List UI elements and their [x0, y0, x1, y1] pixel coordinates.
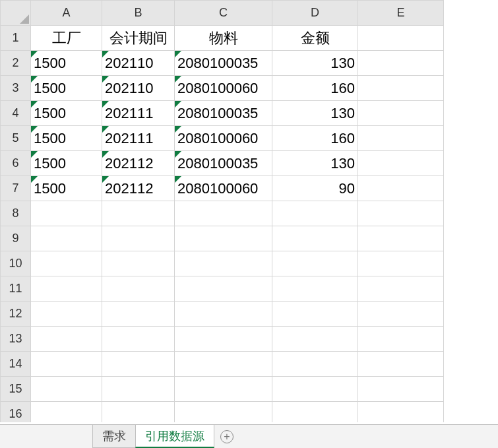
cell-B11[interactable]	[102, 276, 175, 302]
cell-B2[interactable]: 202110	[102, 51, 175, 76]
cell-E1[interactable]	[358, 26, 444, 51]
cell-A7[interactable]: 1500	[31, 176, 102, 201]
cell-B10[interactable]	[102, 251, 175, 276]
row-header-15[interactable]: 15	[1, 377, 31, 402]
row-header-6[interactable]: 6	[1, 151, 31, 176]
cell-C9[interactable]	[175, 226, 272, 251]
row-header-2[interactable]: 2	[1, 51, 31, 76]
cell-B14[interactable]	[102, 352, 175, 377]
cell-C1[interactable]: 物料	[175, 26, 272, 51]
cell-B9[interactable]	[102, 226, 175, 251]
cell-E3[interactable]	[358, 76, 444, 101]
cell-E11[interactable]	[358, 276, 444, 302]
cell-B4[interactable]: 202111	[102, 101, 175, 126]
cell-B13[interactable]	[102, 327, 175, 352]
cell-E4[interactable]	[358, 101, 444, 126]
cell-D5[interactable]: 160	[272, 126, 358, 151]
cell-A3[interactable]: 1500	[31, 76, 102, 101]
cell-D15[interactable]	[272, 377, 358, 402]
column-header-C[interactable]: C	[175, 1, 272, 26]
cell-E9[interactable]	[358, 226, 444, 251]
cell-B16[interactable]	[102, 402, 175, 423]
cell-D14[interactable]	[272, 352, 358, 377]
select-all-corner[interactable]	[1, 1, 31, 26]
cell-D7[interactable]: 90	[272, 176, 358, 201]
cell-A10[interactable]	[31, 251, 102, 276]
cell-D13[interactable]	[272, 327, 358, 352]
cell-D8[interactable]	[272, 201, 358, 226]
cell-C7[interactable]: 2080100060	[175, 176, 272, 201]
row-header-7[interactable]: 7	[1, 176, 31, 201]
cell-D10[interactable]	[272, 251, 358, 276]
cell-D2[interactable]: 130	[272, 51, 358, 76]
cell-E15[interactable]	[358, 377, 444, 402]
cell-E13[interactable]	[358, 327, 444, 352]
cell-A6[interactable]: 1500	[31, 151, 102, 176]
cell-C5[interactable]: 2080100060	[175, 126, 272, 151]
cell-A14[interactable]	[31, 352, 102, 377]
cell-A12[interactable]	[31, 302, 102, 327]
cell-E12[interactable]	[358, 302, 444, 327]
cell-A8[interactable]	[31, 201, 102, 226]
cell-C12[interactable]	[175, 302, 272, 327]
row-header-3[interactable]: 3	[1, 76, 31, 101]
column-header-B[interactable]: B	[102, 1, 175, 26]
cell-D11[interactable]	[272, 276, 358, 302]
row-header-13[interactable]: 13	[1, 327, 31, 352]
cell-E2[interactable]	[358, 51, 444, 76]
row-header-9[interactable]: 9	[1, 226, 31, 251]
cell-C16[interactable]	[175, 402, 272, 423]
cell-C4[interactable]: 2080100035	[175, 101, 272, 126]
cell-A1[interactable]: 工厂	[31, 26, 102, 51]
cell-D1[interactable]: 金额	[272, 26, 358, 51]
cell-C10[interactable]	[175, 251, 272, 276]
column-header-E[interactable]: E	[358, 1, 444, 26]
cell-C14[interactable]	[175, 352, 272, 377]
cell-C15[interactable]	[175, 377, 272, 402]
cell-E6[interactable]	[358, 151, 444, 176]
row-header-1[interactable]: 1	[1, 26, 31, 51]
sheet-tab-source[interactable]: 引用数据源	[135, 425, 214, 448]
row-header-5[interactable]: 5	[1, 126, 31, 151]
cell-B6[interactable]: 202112	[102, 151, 175, 176]
cell-B8[interactable]	[102, 201, 175, 226]
column-header-D[interactable]: D	[272, 1, 358, 26]
cell-A9[interactable]	[31, 226, 102, 251]
cell-C11[interactable]	[175, 276, 272, 302]
cell-A4[interactable]: 1500	[31, 101, 102, 126]
cell-A15[interactable]	[31, 377, 102, 402]
cell-C3[interactable]: 2080100060	[175, 76, 272, 101]
cell-D12[interactable]	[272, 302, 358, 327]
column-header-A[interactable]: A	[31, 1, 102, 26]
cell-A11[interactable]	[31, 276, 102, 302]
sheet-tab-demand[interactable]: 需求	[92, 425, 136, 448]
cell-A2[interactable]: 1500	[31, 51, 102, 76]
row-header-12[interactable]: 12	[1, 302, 31, 327]
cell-C6[interactable]: 2080100035	[175, 151, 272, 176]
cell-E16[interactable]	[358, 402, 444, 423]
row-header-10[interactable]: 10	[1, 251, 31, 276]
worksheet-grid[interactable]: ABCDE1工厂会计期间物料金额215002021102080100035130…	[0, 0, 498, 422]
cell-E14[interactable]	[358, 352, 444, 377]
cell-D6[interactable]: 130	[272, 151, 358, 176]
cell-A5[interactable]: 1500	[31, 126, 102, 151]
cell-E5[interactable]	[358, 126, 444, 151]
cell-E10[interactable]	[358, 251, 444, 276]
cell-D9[interactable]	[272, 226, 358, 251]
cell-D3[interactable]: 160	[272, 76, 358, 101]
cell-C8[interactable]	[175, 201, 272, 226]
row-header-8[interactable]: 8	[1, 201, 31, 226]
cell-E7[interactable]	[358, 176, 444, 201]
cell-D16[interactable]	[272, 402, 358, 423]
cell-D4[interactable]: 130	[272, 101, 358, 126]
row-header-11[interactable]: 11	[1, 276, 31, 302]
cell-B7[interactable]: 202112	[102, 176, 175, 201]
row-header-4[interactable]: 4	[1, 101, 31, 126]
row-header-14[interactable]: 14	[1, 352, 31, 377]
cell-E8[interactable]	[358, 201, 444, 226]
cell-B5[interactable]: 202111	[102, 126, 175, 151]
row-header-16[interactable]: 16	[1, 402, 31, 423]
new-sheet-button[interactable]: +	[214, 425, 240, 448]
cell-C13[interactable]	[175, 327, 272, 352]
cell-B15[interactable]	[102, 377, 175, 402]
